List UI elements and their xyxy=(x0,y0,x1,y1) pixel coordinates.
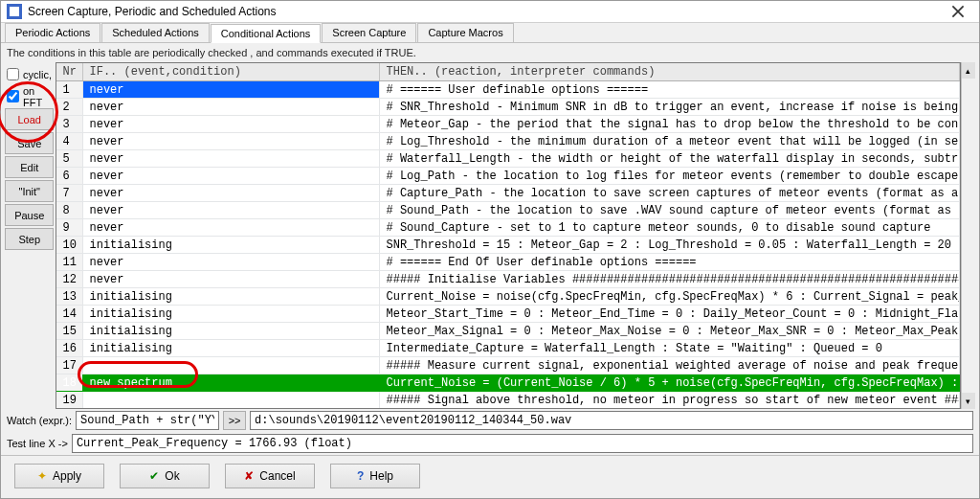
cell-if[interactable] xyxy=(83,357,380,374)
cell-if[interactable] xyxy=(83,392,380,408)
cross-icon: ✘ xyxy=(244,469,254,483)
table-row[interactable]: 1never# ====== User definable options ==… xyxy=(56,81,959,99)
cell-then[interactable]: # Waterfall_Length - the width or height… xyxy=(380,150,959,168)
scroll-down-arrow[interactable]: ▾ xyxy=(962,393,975,409)
apply-button[interactable]: ✦ Apply xyxy=(14,464,104,488)
cell-if[interactable]: never xyxy=(83,133,380,150)
tab-capture-macros[interactable]: Capture Macros xyxy=(417,23,513,42)
vertical-scrollbar[interactable]: ▴ ▾ xyxy=(961,62,975,409)
table-row[interactable]: 10initialisingSNR_Threshold = 15 : Meteo… xyxy=(56,237,959,254)
cell-if[interactable]: never xyxy=(83,202,380,219)
cancel-button[interactable]: ✘ Cancel xyxy=(225,464,315,488)
cell-nr: 3 xyxy=(56,116,83,133)
cell-then[interactable]: ##### Initialise Variables #############… xyxy=(380,271,959,288)
header-if: IF.. (event,condition) xyxy=(83,63,380,80)
tab-screen-capture[interactable]: Screen Capture xyxy=(322,23,416,42)
cell-then[interactable]: ##### Measure current signal, exponentia… xyxy=(380,357,959,374)
cell-then[interactable]: # ====== End Of User definable options =… xyxy=(380,254,959,271)
help-button[interactable]: ? Help xyxy=(330,464,420,488)
cell-nr: 17 xyxy=(56,357,83,374)
cyclic-checkbox[interactable]: cyclic, xyxy=(5,64,54,84)
cell-if[interactable]: initialising xyxy=(83,288,380,306)
cell-if[interactable]: never xyxy=(83,116,380,133)
table-row[interactable]: 16initialisingIntermediate_Capture = Wat… xyxy=(56,340,959,357)
cyclic-checkbox-input[interactable] xyxy=(7,68,19,80)
cell-then[interactable]: # Log_Threshold - the minimum duration o… xyxy=(380,133,959,150)
cell-then[interactable]: ##### Signal above threshold, no meteor … xyxy=(380,392,959,408)
cell-if[interactable]: never xyxy=(83,150,380,168)
cell-then[interactable]: # SNR_Threshold - Minimum SNR in dB to t… xyxy=(380,99,959,116)
save-button[interactable]: Save xyxy=(5,132,54,154)
cell-if[interactable]: never xyxy=(83,185,380,202)
cell-then[interactable]: Meteor_Max_Signal = 0 : Meteor_Max_Noise… xyxy=(380,323,959,340)
onfft-checkbox-input[interactable] xyxy=(7,90,19,102)
cell-if[interactable]: initialising xyxy=(83,237,380,254)
onfft-checkbox[interactable]: on FFT xyxy=(5,86,54,106)
cell-then[interactable]: # Capture_Path - the location to save sc… xyxy=(380,185,959,202)
watch-go-button[interactable]: >> xyxy=(223,411,246,430)
cell-then[interactable]: Current_Noise = noise(cfg.SpecFreqMin, c… xyxy=(380,288,959,306)
table-row[interactable]: 18new_spectrumCurrent_Noise = (Current_N… xyxy=(56,374,959,392)
cell-then[interactable]: # Sound_Capture - set to 1 to capture me… xyxy=(380,219,959,237)
cell-nr: 14 xyxy=(56,306,83,323)
cell-then[interactable]: # Meteor_Gap - the period that the signa… xyxy=(380,116,959,133)
window-title: Screen Capture, Periodic and Scheduled A… xyxy=(28,5,941,18)
scroll-up-arrow[interactable]: ▴ xyxy=(962,62,975,79)
cell-then[interactable]: SNR_Threshold = 15 : Meteor_Gap = 2 : Lo… xyxy=(380,237,959,254)
cell-if[interactable]: never xyxy=(83,99,380,116)
cell-then[interactable]: Current_Noise = (Current_Noise / 6) * 5 … xyxy=(380,374,959,392)
button-bar: ✦ Apply ✔ Ok ✘ Cancel ? Help xyxy=(1,455,979,498)
cell-if[interactable]: initialising xyxy=(83,340,380,357)
cell-nr: 15 xyxy=(56,323,83,340)
watch-expression-input[interactable] xyxy=(76,411,219,430)
table-row[interactable]: 9never# Sound_Capture - set to 1 to capt… xyxy=(56,219,959,237)
table-row[interactable]: 17##### Measure current signal, exponent… xyxy=(56,357,959,374)
step-button[interactable]: Step xyxy=(5,228,54,250)
cell-then[interactable]: Intermediate_Capture = Waterfall_Length … xyxy=(380,340,959,357)
testline-label: Test line X -> xyxy=(7,438,68,449)
pause-button[interactable]: Pause xyxy=(5,204,54,226)
table-row[interactable]: 6never# Log_Path - the location to log f… xyxy=(56,168,959,185)
table-row[interactable]: 2never# SNR_Threshold - Minimum SNR in d… xyxy=(56,99,959,116)
table-body[interactable]: 1never# ====== User definable options ==… xyxy=(56,81,959,408)
table-row[interactable]: 3never# Meteor_Gap - the period that the… xyxy=(56,116,959,133)
table-row[interactable]: 13initialisingCurrent_Noise = noise(cfg.… xyxy=(56,288,959,306)
load-button[interactable]: Load xyxy=(5,108,54,130)
cell-then[interactable]: # Log_Path - the location to log files f… xyxy=(380,168,959,185)
cell-then[interactable]: # Sound_Path - the location to save .WAV… xyxy=(380,202,959,219)
table-row[interactable]: 19##### Signal above threshold, no meteo… xyxy=(56,392,959,408)
table-row[interactable]: 4never# Log_Threshold - the minimum dura… xyxy=(56,133,959,150)
cell-nr: 5 xyxy=(56,150,83,168)
tab-scheduled-actions[interactable]: Scheduled Actions xyxy=(101,23,210,42)
tab-conditional-actions[interactable]: Conditional Actions xyxy=(211,24,322,43)
cell-if[interactable]: never xyxy=(83,254,380,271)
edit-button[interactable]: Edit xyxy=(5,156,54,178)
cell-if[interactable]: never xyxy=(83,168,380,185)
cell-if[interactable]: never xyxy=(83,271,380,288)
tab-periodic-actions[interactable]: Periodic Actions xyxy=(5,23,100,42)
cell-if[interactable]: never xyxy=(83,219,380,237)
init-button[interactable]: "Init" xyxy=(5,180,54,202)
cell-if[interactable]: initialising xyxy=(83,306,380,323)
cell-nr: 8 xyxy=(56,202,83,219)
close-button[interactable] xyxy=(941,1,975,22)
onfft-label: on FFT xyxy=(23,85,54,108)
cell-nr: 9 xyxy=(56,219,83,237)
watch-result[interactable] xyxy=(250,411,973,430)
table-row[interactable]: 8never# Sound_Path - the location to sav… xyxy=(56,202,959,219)
table-row[interactable]: 14initialisingMeteor_Start_Time = 0 : Me… xyxy=(56,306,959,323)
window: Screen Capture, Periodic and Scheduled A… xyxy=(0,0,980,499)
cell-then[interactable]: Meteor_Start_Time = 0 : Meteor_End_Time … xyxy=(380,306,959,323)
cell-if[interactable]: never xyxy=(83,81,380,99)
cell-then[interactable]: # ====== User definable options ====== xyxy=(380,81,959,99)
table-row[interactable]: 7never# Capture_Path - the location to s… xyxy=(56,185,959,202)
table-row[interactable]: 12never##### Initialise Variables ######… xyxy=(56,271,959,288)
table-row[interactable]: 15initialisingMeteor_Max_Signal = 0 : Me… xyxy=(56,323,959,340)
cell-nr: 4 xyxy=(56,133,83,150)
cell-if[interactable]: initialising xyxy=(83,323,380,340)
table-row[interactable]: 5never# Waterfall_Length - the width or … xyxy=(56,150,959,168)
table-row[interactable]: 11never# ====== End Of User definable op… xyxy=(56,254,959,271)
cell-if[interactable]: new_spectrum xyxy=(83,374,380,392)
testline-result[interactable] xyxy=(72,434,973,453)
ok-button[interactable]: ✔ Ok xyxy=(120,464,210,488)
